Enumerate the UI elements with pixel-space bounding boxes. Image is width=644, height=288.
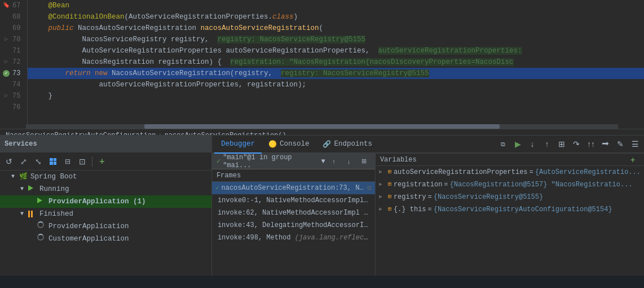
collapse-button[interactable]: ⤡ — [32, 155, 45, 168]
var-name-0: autoServiceRegistrationProperties — [394, 166, 528, 178]
services-header: Services — [0, 136, 211, 152]
services-left: Services ↺ ⤢ ⤡ ⊟ ⊡ + ▼ 🌿 Spring Boo — [0, 136, 212, 276]
frame-check-0: ✓ — [215, 182, 219, 194]
resume-button[interactable]: ▶ — [511, 137, 524, 151]
tab-console[interactable]: 🟡 Console — [262, 136, 316, 154]
endpoints-icon: 🔗 — [323, 140, 331, 149]
tab-debugger[interactable]: Debugger — [214, 136, 262, 154]
refresh-button[interactable]: ↺ — [2, 155, 16, 168]
services-tree: ▼ 🌿 Spring Boot ▼ Running — [0, 171, 211, 276]
var-item-3[interactable]: ▶ ⊞ {.} this = {NacosServiceRegistryAuto… — [376, 203, 644, 216]
var-name-1: registration — [394, 178, 442, 191]
var-name-2: registry — [394, 191, 426, 203]
services-panel: Services ↺ ⤢ ⤡ ⊟ ⊡ + ▼ 🌿 Spring Boo — [0, 136, 644, 276]
debugger-right: Debugger 🟡 Console 🔗 Endpoints ⧉ ▶ ↓ ↑ ⊞… — [212, 136, 644, 276]
thread-check-icon: ✓ — [217, 157, 220, 165]
frame-item-0[interactable]: ✓ nacosAutoServiceRegistration:73, Nacos… — [212, 182, 375, 194]
step-into-button[interactable]: ↷ — [570, 137, 583, 151]
add-watch-button[interactable]: + — [626, 154, 639, 167]
console-tab-label: Console — [280, 140, 310, 148]
step-out-button[interactable]: ↑↑ — [584, 137, 598, 151]
provider-play-icon — [37, 198, 42, 203]
frames-header: Frames — [212, 169, 375, 182]
debugger-tab-label: Debugger — [221, 140, 255, 148]
var-icon-1: ⊞ — [388, 178, 391, 191]
breadcrumb: NacosServiceRegistryAutoConfiguration › … — [0, 129, 644, 136]
config-button[interactable]: ⊡ — [76, 155, 89, 168]
spinner-icon-2 — [37, 233, 46, 245]
var-val-0: {AutoServiceRegistratio... — [535, 166, 641, 178]
frames-list: ✓ nacosAutoServiceRegistration:73, Nacos… — [212, 182, 375, 276]
frame-item-3[interactable]: invoke:43, DelegatingMethodAccessorImpl … — [212, 219, 375, 232]
copy-frames-button[interactable]: ⧉ — [496, 137, 510, 151]
code-line-74: autoServiceRegistrationProperties, regis… — [28, 79, 644, 90]
spring-boot-label: Spring Boot — [30, 171, 77, 183]
evaluate-button[interactable]: ✎ — [614, 137, 627, 151]
variables-header: Variables + — [376, 154, 644, 166]
step-over-down[interactable]: ↓ — [526, 137, 539, 151]
var-icon-3: ⊞ — [388, 203, 391, 216]
expand-button[interactable]: ⤢ — [17, 155, 30, 168]
add-button[interactable]: + — [95, 155, 109, 168]
code-line-70: NacosServiceRegistry registry, registry:… — [28, 34, 644, 45]
var-item-0[interactable]: ▶ ⊞ autoServiceRegistrationProperties = … — [376, 166, 644, 178]
frame-text-1: invoke0:-1, NativeMethodAccessorImpl (su… — [218, 194, 372, 207]
var-arrow-3: ▶ — [379, 203, 386, 216]
code-line-67: @Bean — [28, 0, 644, 11]
line-72: ▷72 — [2, 56, 23, 68]
debug-content: ✓ "main"@1 in group "mai... ▼ ↑ ↓ ⊞ Fram… — [212, 154, 644, 276]
editor-scrollbar[interactable] — [26, 124, 618, 129]
code-line-72: NacosRegistration registration) { regist… — [28, 56, 644, 68]
filter-button[interactable]: ⊟ — [61, 155, 74, 168]
thread-selector[interactable]: ✓ "main"@1 in group "mai... ▼ ↑ ↓ ⊞ — [212, 154, 375, 169]
spring-boot-icon: 🌿 — [19, 171, 28, 183]
line-69: 69 — [2, 23, 23, 34]
step-over-up[interactable]: ↑ — [540, 137, 554, 151]
frame-item-2[interactable]: invoke:62, NativeMethodAccessorImpl (sun… — [212, 207, 375, 219]
tree-item-provider-finished[interactable]: ProviderApplication — [0, 220, 211, 233]
thread-down-button[interactable]: ↓ — [342, 155, 355, 168]
frame-text-2: invoke:62, NativeMethodAccessorImpl (sun… — [218, 207, 372, 219]
play-button-icon — [37, 195, 46, 208]
thread-filter-button[interactable]: ⊞ — [358, 155, 370, 168]
grid-icon — [50, 158, 56, 165]
breakpoint-73[interactable]: ✓ — [3, 70, 10, 77]
thread-arrow: ▼ — [321, 158, 325, 165]
code-editor: 🔖 67 68 69 ▷70 71 ▷72 ✓ 73 74 ▷75 76 @Be… — [0, 0, 644, 136]
run-to-cursor[interactable]: ⮕ — [599, 137, 612, 151]
tree-item-customer-finished[interactable]: CustomerApplication — [0, 233, 211, 245]
line-68: 68 — [2, 11, 23, 23]
grid-button[interactable] — [46, 155, 60, 168]
var-val-2: {NacosServiceRegistry@5155} — [434, 191, 543, 203]
frame-text-0: nacosAutoServiceRegistration:73, NacosSe… — [222, 182, 367, 194]
var-arrow-2: ▶ — [379, 191, 386, 203]
frame-item-4[interactable]: invoke:498, Method (java.lang.reflect. — [212, 232, 375, 244]
variables-panel: Variables + ▶ ⊞ autoServiceRegistrationP… — [376, 154, 644, 276]
pause-icon — [28, 211, 37, 217]
toolbar-separator — [92, 156, 92, 167]
line-73: ✓ 73 — [2, 68, 23, 79]
tree-item-spring-boot[interactable]: ▼ 🌿 Spring Boot — [0, 171, 211, 183]
frame-copy-icon-0[interactable]: ⧉ — [367, 182, 372, 194]
tab-endpoints[interactable]: 🔗 Endpoints — [316, 136, 379, 154]
thread-label: "main"@1 in group "mai... — [223, 154, 319, 169]
more-button[interactable]: ☰ — [628, 137, 642, 151]
tree-item-finished[interactable]: ▼ Finished — [0, 208, 211, 220]
frame-item-1[interactable]: invoke0:-1, NativeMethodAccessorImpl (su… — [212, 194, 375, 207]
services-toolbar: ↺ ⤢ ⤡ ⊟ ⊡ + — [0, 152, 211, 171]
tree-item-provider-active[interactable]: ProviderApplication (1) — [0, 195, 211, 208]
filter-frames-button[interactable]: ⊞ — [555, 137, 568, 151]
tree-item-running[interactable]: ▼ Running — [0, 183, 211, 195]
editor-scrollbar-thumb[interactable] — [144, 124, 500, 129]
var-item-1[interactable]: ▶ ⊞ registration = {NacosRegistration@51… — [376, 178, 644, 191]
line-74: 74 — [2, 79, 23, 90]
variables-list: ▶ ⊞ autoServiceRegistrationProperties = … — [376, 166, 644, 276]
provider-active-label: ProviderApplication (1) — [48, 195, 146, 208]
var-item-2[interactable]: ▶ ⊞ registry = {NacosServiceRegistry@515… — [376, 191, 644, 203]
var-name-3: {.} this — [394, 203, 426, 216]
thread-up-button[interactable]: ↑ — [328, 155, 341, 168]
running-label: Running — [39, 183, 69, 195]
line-70: ▷70 — [2, 34, 23, 45]
breadcrumb-class: NacosServiceRegistryAutoConfiguration — [6, 129, 156, 136]
var-arrow-0: ▶ — [379, 166, 386, 178]
